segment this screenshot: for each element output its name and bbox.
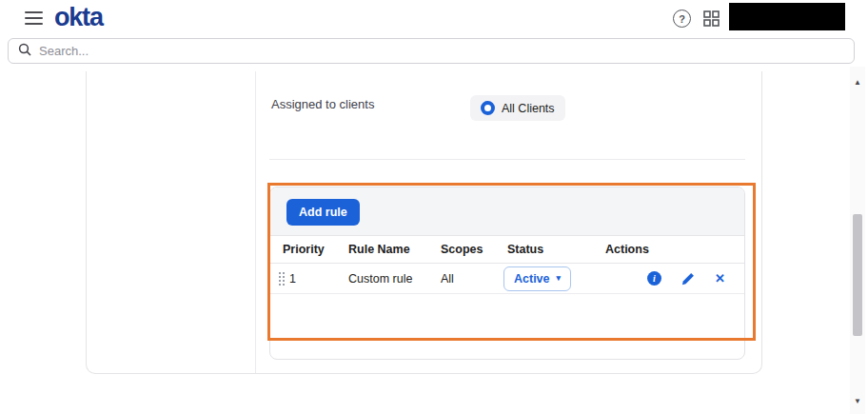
- redacted-account-area[interactable]: [729, 3, 845, 30]
- status-cell: Active ▾: [507, 266, 605, 291]
- scroll-up-icon[interactable]: ▲: [850, 78, 865, 88]
- rules-table-header: Priority Rule Name Scopes Status Actions: [270, 236, 744, 264]
- status-dropdown-button[interactable]: Active ▾: [503, 266, 571, 291]
- rules-panel: Add rule Priority Rule Name Scopes Statu…: [269, 187, 745, 360]
- header-actions: Actions: [605, 243, 744, 256]
- table-row: 1 Custom rule All Active ▾ i ✕: [270, 264, 744, 294]
- card-column-divider: [255, 71, 256, 373]
- search-placeholder: Search...: [39, 44, 89, 58]
- hamburger-menu-icon[interactable]: [25, 11, 43, 25]
- scrollbar-thumb[interactable]: [853, 214, 862, 336]
- vertical-scrollbar[interactable]: ▲ ▼: [850, 67, 865, 414]
- header-priority: Priority: [283, 243, 348, 256]
- scroll-down-icon[interactable]: ▼: [850, 397, 865, 406]
- priority-value: 1: [289, 272, 296, 286]
- header-scopes: Scopes: [441, 243, 507, 256]
- header-status: Status: [507, 243, 605, 256]
- assigned-to-clients-label: Assigned to clients: [271, 97, 374, 111]
- apps-grid-icon[interactable]: [703, 10, 720, 27]
- search-icon: [18, 43, 31, 60]
- drag-handle-icon[interactable]: [278, 270, 285, 287]
- search-input[interactable]: Search...: [8, 38, 855, 64]
- scopes-cell: All: [441, 272, 507, 286]
- all-clients-chip[interactable]: All Clients: [470, 95, 565, 121]
- priority-cell: 1: [278, 270, 348, 287]
- add-rule-button[interactable]: Add rule: [286, 199, 360, 226]
- help-icon[interactable]: ?: [673, 10, 691, 28]
- caret-down-icon: ▾: [557, 274, 562, 283]
- rule-name-cell: Custom rule: [348, 272, 441, 286]
- rules-panel-header: Add rule: [270, 187, 744, 236]
- all-clients-label: All Clients: [502, 102, 555, 115]
- okta-admin-page: okta ? Search... Assigned to clients: [0, 0, 868, 414]
- edit-pencil-icon[interactable]: [681, 272, 695, 286]
- question-mark-glyph: ?: [679, 13, 685, 25]
- actions-cell: i ✕: [605, 271, 744, 286]
- okta-logo[interactable]: okta: [54, 3, 103, 32]
- radio-selected-icon: [481, 101, 495, 115]
- info-icon[interactable]: i: [647, 271, 661, 286]
- status-value: Active: [514, 272, 550, 286]
- top-bar: okta ?: [0, 0, 868, 36]
- header-rule-name: Rule Name: [348, 243, 441, 256]
- section-divider: [269, 159, 745, 160]
- delete-x-icon[interactable]: ✕: [715, 272, 725, 285]
